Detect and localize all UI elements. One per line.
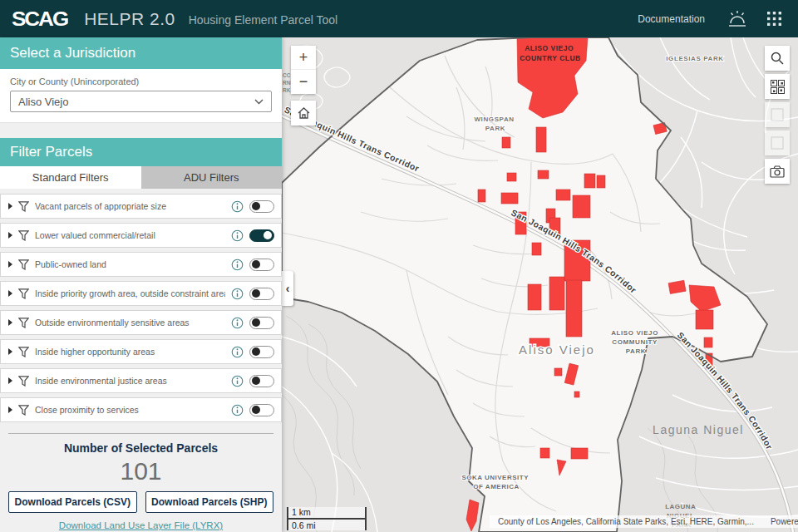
info-icon[interactable] [231,229,244,242]
jurisdiction-banner: Select a Jurisdiction [0,37,282,69]
filter-tabs: Standard Filters ADU Filters [0,166,282,189]
scalebar: 1 km 0.6 mi [287,507,367,530]
download-shp-button[interactable]: Download Parcels (SHP) [145,491,274,513]
basemap-gallery-button[interactable] [765,74,790,99]
powered-by-esri: Powered by Esri [771,517,798,526]
info-icon[interactable] [231,404,244,416]
filter-label: Public-owned land [35,259,225,269]
results-divider [8,433,273,434]
filter-toggle[interactable] [249,259,274,271]
map-canvas[interactable]: ALISO VIEJO COUNTRY CLUB IGLESIAS PARK W… [282,37,798,532]
filter-funnel-icon [18,230,29,241]
documentation-link[interactable]: Documentation [638,13,705,25]
filter-label: Inside priority growth area, outside con… [35,288,225,298]
expand-caret-icon[interactable] [8,377,12,384]
expand-caret-icon[interactable] [8,406,12,413]
filter-label: Outside environmentally sensitive areas [35,318,225,328]
zoom-in-button[interactable]: + [291,46,316,70]
search-icon [771,52,784,65]
laguna-niguel-city-label: Laguna Niguel [653,423,744,436]
expand-caret-icon[interactable] [8,232,12,239]
tab-standard-filters[interactable]: Standard Filters [0,166,141,189]
info-icon[interactable] [231,317,244,329]
filter-rows: Vacant parcels of appropriate size Lower… [0,189,282,422]
info-icon[interactable] [231,200,244,213]
sidebar-collapse-handle[interactable]: ‹ [282,271,293,306]
tab-adu-filters[interactable]: ADU Filters [141,166,283,189]
results-title: Number of Selected Parcels [0,441,282,455]
filter-funnel-icon [18,259,29,270]
filter-toggle[interactable] [249,404,274,416]
home-button[interactable] [291,101,316,126]
info-icon[interactable] [231,259,244,271]
filter-label: Inside environmental justice areas [35,376,225,386]
filter-toggle[interactable] [249,288,274,300]
filter-row: Lower valued commercial/retail [0,223,282,248]
filter-parcels-banner: Filter Parcels [0,138,282,166]
home-icon [297,106,311,120]
iglesias-park-label: IGLESIAS PARK [666,55,723,62]
filter-toggle[interactable] [249,229,274,242]
scag-logo: SCAG [12,7,67,31]
expand-caret-icon[interactable] [8,261,12,268]
aliso-viejo-city-label: Aliso Viejo [519,342,595,357]
app-subtitle: Housing Element Parcel Tool [189,13,338,27]
app-name: HELPR 2.0 [84,9,175,29]
map-graphics: ALISO VIEJO COUNTRY CLUB IGLESIAS PARK W… [282,37,798,532]
map-attribution: County of Los Angeles, California State … [490,515,798,528]
selected-parcel-count: 101 [0,457,282,485]
placeholder-square-icon [771,108,784,121]
filter-row: Inside priority growth area, outside con… [0,281,282,306]
basemap-gallery-icon [771,80,785,94]
filter-funnel-icon [18,288,29,299]
info-icon[interactable] [231,288,244,300]
attribution-sources: County of Los Angeles, California State … [498,517,754,526]
filter-row: Inside environmental justice areas [0,368,282,393]
info-icon[interactable] [231,375,244,387]
zoom-out-button[interactable]: − [291,70,316,94]
zoom-control: + − [291,46,316,94]
chevron-down-icon [254,99,264,105]
filter-row: Vacant parcels of appropriate size [0,194,282,219]
filter-toggle[interactable] [249,375,274,387]
filter-row: Public-owned land [0,252,282,277]
expand-caret-icon[interactable] [8,203,12,209]
filter-label: Vacant parcels of appropriate size [35,201,225,211]
scalebar-mi: 0.6 mi [288,520,365,530]
expand-caret-icon[interactable] [8,290,12,297]
filter-funnel-icon [18,318,29,328]
jurisdiction-select[interactable]: Aliso Viejo [10,91,272,112]
expand-caret-icon[interactable] [8,348,12,355]
map-widget-button[interactable] [765,102,790,127]
scalebar-km: 1 km [288,507,365,520]
download-csv-button[interactable]: Download Parcels (CSV) [8,491,137,513]
search-button[interactable] [765,46,790,71]
app-launcher-grid-icon[interactable] [761,7,786,32]
filter-row: Inside higher opportunity areas [0,339,282,364]
notification-bell-icon[interactable] [725,7,750,32]
jurisdiction-selected-value: Aliso Viejo [18,96,254,108]
filter-toggle[interactable] [249,317,274,329]
filter-funnel-icon [18,405,29,416]
filter-label: Inside higher opportunity areas [35,347,225,357]
filter-label: Lower valued commercial/retail [35,230,225,240]
jurisdiction-card: City or County (Unincorporated) Aliso Vi… [0,69,282,123]
map-tools [765,46,790,184]
download-lyrx-link[interactable]: Download Land Use Layer File (LYRX) [0,520,282,530]
app-header: SCAG HELPR 2.0 Housing Element Parcel To… [0,0,798,37]
map-widget-button[interactable] [765,131,790,155]
sidebar: Select a Jurisdiction City or County (Un… [0,37,282,532]
camera-icon [770,165,785,178]
screenshot-button[interactable] [765,159,790,184]
filter-funnel-icon [18,201,29,212]
placeholder-square-icon [771,136,784,150]
filter-toggle[interactable] [249,200,274,213]
filter-row: Outside environmentally sensitive areas [0,310,282,335]
expand-caret-icon[interactable] [8,319,12,326]
filter-funnel-icon [18,347,29,357]
filter-label: Close proximity to services [35,405,225,415]
filter-funnel-icon [18,376,29,387]
filter-row: Close proximity to services [0,397,282,422]
filter-toggle[interactable] [249,346,274,358]
info-icon[interactable] [231,346,244,358]
